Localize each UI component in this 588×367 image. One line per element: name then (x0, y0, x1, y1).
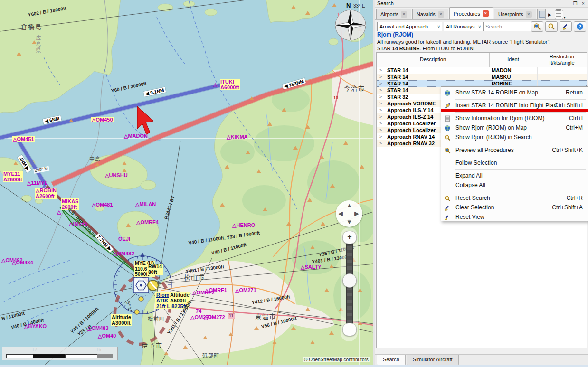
runway-select[interactable]: All Runways∨ (444, 22, 483, 31)
tab-overflow-stub[interactable] (537, 9, 546, 19)
pan-left-icon[interactable]: ◀ (338, 210, 343, 216)
expand-chevron-icon[interactable]: > (379, 74, 382, 80)
tab-close-icon[interactable]: × (483, 10, 489, 17)
tab-airports[interactable]: Airports× (376, 9, 411, 19)
table-header[interactable]: Description Ident Restriction ft/kts/ang… (377, 53, 587, 67)
bottom-tab-search[interactable]: Search (377, 355, 406, 365)
clear-selection-button[interactable] (560, 21, 572, 32)
pan-right-icon[interactable]: ▶ (354, 210, 359, 216)
column-header-ident[interactable]: Ident (490, 53, 537, 67)
window-bottom-edge (0, 365, 588, 367)
broom-icon (444, 205, 451, 211)
search-input[interactable] (483, 22, 532, 31)
help-button[interactable]: ? (574, 21, 586, 32)
map-canvas (0, 0, 373, 367)
broom-icon (444, 214, 451, 221)
menu-item-label: Show Information for Rjom (RJOM) (455, 115, 544, 122)
procedure-description: Approach ILS-Z 14 (387, 113, 433, 120)
map-scale-bar (2, 347, 118, 360)
context-menu-item-follow-selection[interactable]: Follow Selection (441, 159, 588, 168)
zoom-out-button[interactable]: − (342, 323, 357, 336)
context-menu-item-clear-selection[interactable]: Clear SelectionCtrl+Shift+A (441, 203, 588, 213)
reset-search-button[interactable] (545, 21, 558, 32)
tab-close-icon[interactable]: × (438, 11, 444, 18)
expand-chevron-icon[interactable]: > (379, 67, 382, 74)
svg-text:?: ? (579, 24, 581, 29)
expand-chevron-icon[interactable]: > (379, 127, 382, 133)
procedure-type-select[interactable]: Arrival and Approach∨ (377, 22, 442, 31)
dock-title: Search (377, 0, 394, 6)
close-icon[interactable]: × (580, 0, 587, 7)
expand-chevron-icon[interactable]: > (379, 94, 382, 100)
selected-procedure-description: STAR 14 ROBINE. From ITUKI to ROBIN. (377, 46, 586, 51)
context-menu-item-show-star-14-robine-on-map[interactable]: Show STAR 14 ROBINE on MapReturn (441, 88, 588, 98)
menu-item-label: Collapse All (455, 182, 485, 188)
column-header-restriction[interactable]: Restriction ft/kts/angle (537, 53, 587, 67)
red-highlight-annotation (441, 109, 588, 112)
preview-procedures-button[interactable] (531, 21, 543, 32)
menu-item-label: Preview all Procedures (455, 147, 514, 153)
procedure-description: Approach RNAV 32 (387, 140, 435, 147)
procedure-description: STAR 14 (387, 74, 408, 80)
expand-chevron-icon[interactable]: > (379, 107, 382, 113)
column-header-description[interactable]: Description (377, 53, 490, 67)
menu-item-shortcut: Ctrl+I (569, 115, 583, 122)
tab-label: Navaids (417, 11, 436, 17)
expand-chevron-icon[interactable]: > (379, 87, 382, 94)
dock-title-bar[interactable]: Search ❐ × (375, 0, 588, 8)
procedure-description: STAR 14 (387, 87, 408, 94)
context-menu-item-show-rjom-rjom-on-map[interactable]: Show Rjom (RJOM) on MapCtrl+M (441, 123, 588, 133)
context-menu-item-reset-search[interactable]: Reset SearchCtrl+R (441, 194, 588, 203)
menu-item-label: Reset Search (455, 195, 490, 201)
quill-icon (444, 103, 451, 109)
expand-chevron-icon[interactable]: > (379, 140, 382, 147)
scale-segment (33, 354, 65, 358)
map-compass-widget[interactable] (334, 8, 367, 42)
expand-chevron-icon[interactable]: > (379, 133, 382, 140)
context-menu-item-expand-all[interactable]: Expand All (441, 171, 588, 181)
tab-userpoints[interactable]: Userpoints× (494, 9, 536, 19)
procedure-row[interactable]: >STAR 14MASKU (377, 74, 587, 80)
menu-item-shortcut: Ctrl+Shift+A (552, 204, 583, 211)
menu-item-shortcut: Ctrl+Shift+K (552, 147, 583, 153)
hidden-tab-icon (539, 11, 546, 18)
map-view[interactable]: Y602 / B / 18000ft倉橋島広島県Y60 / B / 20000f… (0, 0, 373, 367)
expand-chevron-icon[interactable]: > (379, 120, 382, 127)
context-menu-item-reset-view[interactable]: Reset View (441, 213, 588, 222)
procedure-description: STAR 14 (387, 67, 408, 74)
menu-separator (441, 155, 588, 159)
context-menu-item-show-rjom-rjom-in-search[interactable]: Show Rjom (RJOM) in Search (441, 133, 588, 142)
pan-down-icon[interactable]: ▼ (346, 219, 352, 225)
tab-close-icon[interactable]: × (526, 11, 532, 18)
zoom-in-button[interactable]: + (342, 231, 357, 244)
float-window-icon[interactable]: ❐ (572, 0, 579, 7)
expand-chevron-icon[interactable]: > (379, 80, 382, 87)
procedure-row[interactable]: >STAR 14MADON (377, 67, 587, 74)
tab-navaids[interactable]: Navaids× (412, 9, 448, 19)
application-window: { "panel": { "title": "Search", "titleba… (0, 0, 588, 367)
window-menu-button[interactable]: ▾ (554, 10, 565, 19)
tab-label: Airports (380, 11, 398, 17)
tab-scroll-right-button[interactable]: ▶ (546, 10, 554, 19)
scale-segment (65, 354, 98, 358)
context-menu: Show STAR 14 ROBINE on MapReturnInsert S… (441, 86, 588, 221)
tab-close-icon[interactable]: × (401, 11, 407, 18)
procedure-description: Approach Localizer (387, 127, 436, 133)
tab-procedures[interactable]: Procedures× (449, 7, 493, 19)
menu-separator (441, 98, 588, 101)
expand-chevron-icon[interactable]: > (379, 113, 382, 120)
pan-up-icon[interactable]: ▲ (346, 202, 352, 208)
map-pan-control[interactable]: ▲ ▼ ◀ ▶ (336, 200, 362, 227)
context-menu-item-preview-all-procedures[interactable]: Preview all ProceduresCtrl+Shift+K (441, 146, 588, 155)
magnifier-icon (444, 134, 451, 141)
procedure-row[interactable]: >STAR 14ROBINE (377, 80, 587, 87)
no-icon (444, 182, 451, 189)
context-menu-item-show-information-for-rjom-rjom[interactable]: Show Information for Rjom (RJOM)Ctrl+I (441, 114, 588, 123)
bottom-tab-simulator-aircraft[interactable]: Simulator Aircraft (407, 355, 459, 365)
expand-chevron-icon[interactable]: > (379, 100, 382, 107)
menu-item-label: Insert STAR 14 ROBINE into Flight Plan (455, 102, 557, 109)
chevron-down-icon: ∨ (437, 22, 440, 31)
zoom-slider-handle[interactable] (342, 273, 357, 288)
magnifier-globe-icon (444, 147, 451, 154)
context-menu-item-collapse-all[interactable]: Collapse All (441, 181, 588, 190)
